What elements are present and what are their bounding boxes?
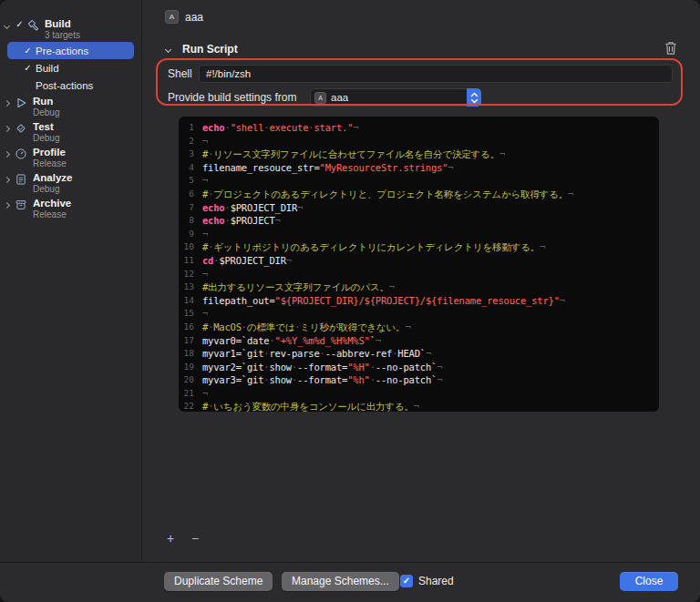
sidebar-item-label: Test (33, 121, 59, 133)
code-text: filename_resouce_str="MyResourceStr.stri… (202, 161, 453, 175)
code-text: echo·$PROJECT_DIR¬ (202, 201, 303, 215)
sidebar-item-sublabel: Release (33, 158, 67, 169)
target-header: A aaa (165, 10, 203, 24)
code-text: ¬ (202, 174, 208, 188)
code-line: 16#·MacOS·の標準では·ミリ秒が取得できない。¬ (179, 321, 659, 334)
play-icon (14, 96, 28, 109)
line-number: 14 (179, 294, 202, 308)
run-script-section-header[interactable]: Run Script (166, 43, 238, 56)
scheme-sidebar: ✓Build3 targets✓Pre-actions✓BuildPost-ac… (0, 0, 142, 562)
line-number: 17 (179, 334, 202, 348)
hammer-icon (26, 18, 40, 32)
sidebar-item-label: Run (33, 96, 59, 107)
code-line: 17myvar0=`date·"+%Y_%m%d_%H%M%S"`¬ (179, 334, 659, 348)
code-text: #·リソース文字列ファイルに合わせてファイル名を自分で決定する。¬ (202, 148, 505, 161)
disclosure-chevron-icon[interactable] (4, 151, 10, 158)
sidebar-item-archive[interactable]: ArchiveRelease (0, 196, 141, 221)
disclosure-chevron-icon[interactable] (4, 126, 10, 132)
sidebar-item-post-actions[interactable]: Post-actions (7, 77, 134, 94)
archive-icon (14, 198, 28, 211)
line-number: 7 (179, 201, 202, 215)
sidebar-item-run[interactable]: RunDebug (0, 94, 141, 119)
trash-icon (664, 40, 678, 56)
line-number: 19 (179, 361, 202, 374)
line-number: 9 (179, 228, 202, 241)
sidebar-item-sublabel: 3 targets (45, 30, 80, 41)
sidebar-item-test[interactable]: TestDebug (0, 119, 141, 145)
remove-button[interactable]: − (189, 531, 201, 546)
code-text: ¬ (202, 135, 208, 148)
line-number: 15 (179, 307, 202, 321)
disclosure-chevron-icon[interactable] (4, 202, 10, 209)
script-editor[interactable]: 1echo·"shell·execute·start."¬2¬3#·リソース文字… (179, 117, 659, 412)
code-text: echo·$PROJECT¬ (202, 214, 281, 228)
code-text: filepath_out="${PROJECT_DIR}/${PROJECT}/… (202, 294, 565, 308)
line-number: 4 (179, 161, 202, 175)
code-text: cd·$PROJECT_DIR¬ (202, 254, 292, 268)
profile-icon (14, 147, 28, 160)
checkmark-icon: ✓ (22, 45, 34, 57)
code-line: 22#·いちおう変数の中身をコンソールに出力する。¬ (179, 400, 659, 412)
sidebar-item-build[interactable]: ✓Build (7, 59, 134, 77)
code-text: #·ギットリポジトリのあるディレクトリにカレントディレクトリを移動する。¬ (202, 240, 545, 254)
target-app-icon: A (165, 10, 179, 24)
close-button[interactable]: Close (620, 572, 678, 591)
scheme-editor-window: ✓Build3 targets✓Pre-actions✓BuildPost-ac… (0, 0, 700, 602)
disclosure-chevron-icon[interactable] (4, 23, 10, 29)
sidebar-item-analyze[interactable]: AnalyzeDebug (0, 170, 141, 196)
duplicate-scheme-button[interactable]: Duplicate Scheme (164, 572, 273, 591)
section-title: Run Script (182, 43, 238, 56)
sidebar-item-build[interactable]: ✓Build3 targets (0, 16, 141, 42)
build-settings-popup[interactable]: A aaa (310, 88, 481, 107)
code-line: 18myvar1=`git·rev-parse·--abbrev-ref·HEA… (179, 347, 659, 361)
code-line: 2¬ (179, 135, 659, 148)
sidebar-item-profile[interactable]: ProfileRelease (0, 145, 141, 170)
code-text: ¬ (202, 268, 208, 281)
sidebar-item-label: Analyze (33, 172, 72, 184)
sidebar-item-pre-actions[interactable]: ✓Pre-actions (7, 42, 134, 59)
sidebar-item-sublabel: Debug (33, 133, 59, 144)
sidebar-item-label: Archive (33, 198, 71, 209)
shell-input[interactable]: #!/bin/zsh (199, 65, 673, 83)
sidebar-item-label: Profile (33, 147, 67, 158)
popup-stepper-icon (467, 88, 481, 107)
sidebar-item-sublabel: Debug (33, 107, 59, 118)
disclosure-chevron-icon[interactable] (165, 46, 171, 52)
shared-checkbox-group[interactable]: Shared (400, 575, 454, 587)
code-line: 6#·プロジェクトのあるディレクトリと、プロジェクト名称をシステムから取得する。… (179, 188, 659, 201)
shared-checkbox[interactable] (400, 575, 413, 587)
shell-label: Shell (168, 67, 192, 80)
line-number: 11 (179, 254, 202, 268)
shared-label: Shared (418, 575, 454, 587)
line-number: 8 (179, 214, 202, 228)
code-text: myvar3=`git·show·--format="%h"·--no-patc… (202, 373, 442, 387)
line-number: 12 (179, 268, 202, 281)
scheme-detail-pane: A aaa Run Script Shell #!/bin/zsh Provid… (143, 0, 700, 562)
line-number: 2 (179, 135, 202, 148)
sidebar-item-label: Build (36, 63, 59, 74)
code-text: ¬ (202, 307, 208, 321)
build-settings-label: Provide build settings from (168, 91, 296, 104)
code-line: 11cd·$PROJECT_DIR¬ (179, 254, 659, 268)
disclosure-chevron-icon[interactable] (4, 177, 10, 183)
sidebar-item-sublabel: Release (33, 209, 71, 220)
target-name: aaa (185, 11, 203, 24)
checkmark-icon: ✓ (22, 62, 34, 75)
line-number: 3 (179, 148, 202, 161)
code-text: ¬ (202, 228, 208, 241)
add-button[interactable]: + (164, 531, 177, 546)
code-text: myvar0=`date·"+%Y_%m%d_%H%M%S"`¬ (202, 334, 381, 348)
line-number: 13 (179, 281, 202, 294)
line-number: 1 (179, 121, 202, 135)
pre-action-toolbar: + − (164, 531, 201, 546)
manage-schemes-button[interactable]: Manage Schemes... (282, 572, 399, 591)
code-line: 9¬ (179, 228, 659, 241)
delete-script-button[interactable] (664, 40, 680, 56)
code-line: 13#出力するリソース文字列ファイルのパス。¬ (179, 281, 659, 294)
analyze-icon (14, 172, 28, 186)
test-icon (14, 121, 28, 135)
line-number: 6 (179, 188, 202, 201)
code-line: 12¬ (179, 268, 659, 281)
code-line: 3#·リソース文字列ファイルに合わせてファイル名を自分で決定する。¬ (179, 148, 659, 161)
disclosure-chevron-icon[interactable] (4, 100, 10, 107)
